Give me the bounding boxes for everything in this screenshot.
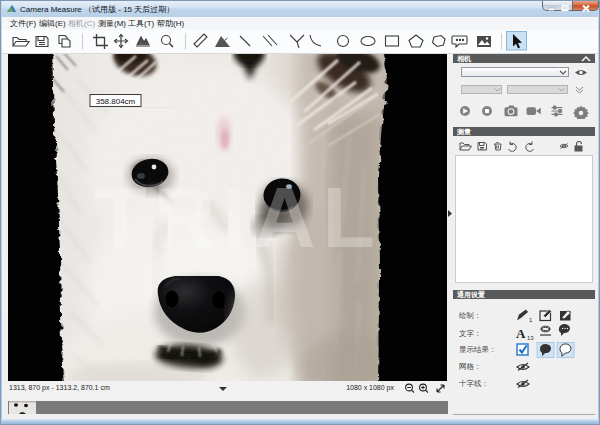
svg-text:TRIAL: TRIAL: [94, 169, 382, 265]
svg-text:358.804cm: 358.804cm: [96, 97, 136, 106]
svg-text:13: 13: [527, 335, 534, 341]
svg-text:1: 1: [529, 317, 533, 323]
svg-text:A: A: [516, 326, 526, 341]
